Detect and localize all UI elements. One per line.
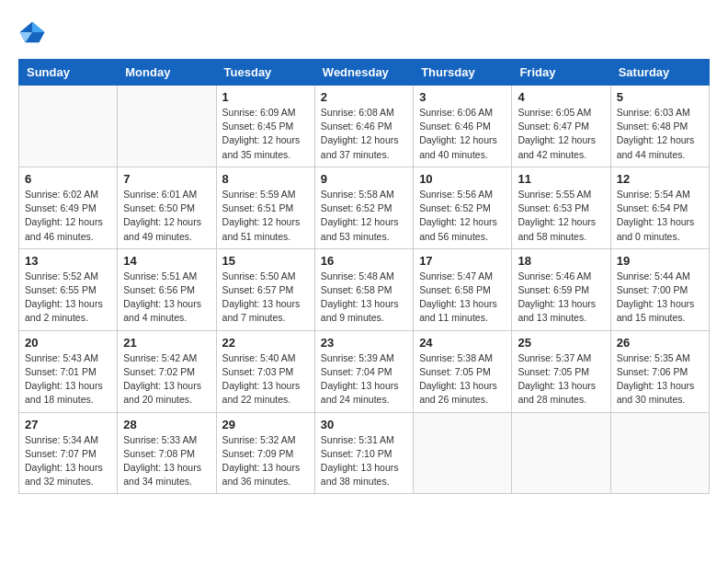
- day-number: 12: [617, 172, 703, 186]
- day-info: Sunrise: 5:42 AMSunset: 7:02 PMDaylight:…: [123, 351, 210, 408]
- day-cell: 19Sunrise: 5:44 AMSunset: 7:00 PMDayligh…: [610, 248, 709, 330]
- day-cell: 18Sunrise: 5:46 AMSunset: 6:59 PMDayligh…: [512, 248, 610, 330]
- day-cell: 22Sunrise: 5:40 AMSunset: 7:03 PMDayligh…: [216, 330, 314, 412]
- day-number: 13: [25, 254, 111, 268]
- day-number: 1: [222, 90, 309, 104]
- day-number: 26: [617, 336, 703, 350]
- day-cell: [19, 86, 118, 167]
- day-number: 11: [518, 172, 604, 186]
- day-number: 25: [518, 336, 604, 350]
- day-cell: 10Sunrise: 5:56 AMSunset: 6:52 PMDayligh…: [414, 167, 512, 248]
- week-row-4: 20Sunrise: 5:43 AMSunset: 7:01 PMDayligh…: [19, 330, 710, 412]
- day-info: Sunrise: 5:44 AMSunset: 7:00 PMDaylight:…: [617, 270, 703, 326]
- day-info: Sunrise: 5:33 AMSunset: 7:08 PMDaylight:…: [123, 433, 210, 489]
- day-info: Sunrise: 6:08 AMSunset: 6:46 PMDaylight:…: [321, 106, 407, 162]
- weekday-header-row: SundayMondayTuesdayWednesdayThursdayFrid…: [19, 60, 710, 86]
- day-info: Sunrise: 5:40 AMSunset: 7:03 PMDaylight:…: [222, 351, 309, 408]
- day-cell: 1Sunrise: 6:09 AMSunset: 6:45 PMDaylight…: [216, 86, 314, 167]
- week-row-3: 13Sunrise: 5:52 AMSunset: 6:55 PMDayligh…: [19, 248, 710, 330]
- day-cell: 6Sunrise: 6:02 AMSunset: 6:49 PMDaylight…: [19, 167, 118, 248]
- day-number: 15: [222, 254, 309, 268]
- day-cell: 30Sunrise: 5:31 AMSunset: 7:10 PMDayligh…: [314, 412, 413, 494]
- day-number: 2: [321, 90, 407, 104]
- weekday-header-wednesday: Wednesday: [314, 60, 413, 86]
- day-info: Sunrise: 5:32 AMSunset: 7:09 PMDaylight:…: [222, 433, 309, 489]
- day-cell: 7Sunrise: 6:01 AMSunset: 6:50 PMDaylight…: [118, 167, 216, 248]
- day-number: 4: [518, 90, 604, 104]
- weekday-header-thursday: Thursday: [414, 60, 512, 86]
- day-info: Sunrise: 6:06 AMSunset: 6:46 PMDaylight:…: [419, 106, 506, 162]
- day-info: Sunrise: 5:38 AMSunset: 7:05 PMDaylight:…: [419, 351, 506, 408]
- day-info: Sunrise: 5:56 AMSunset: 6:52 PMDaylight:…: [419, 188, 506, 244]
- day-cell: [414, 412, 512, 494]
- logo: [18, 18, 50, 46]
- weekday-header-tuesday: Tuesday: [216, 60, 314, 86]
- day-info: Sunrise: 6:03 AMSunset: 6:48 PMDaylight:…: [617, 106, 703, 162]
- day-info: Sunrise: 6:01 AMSunset: 6:50 PMDaylight:…: [123, 188, 210, 244]
- weekday-header-sunday: Sunday: [19, 60, 118, 86]
- day-cell: 20Sunrise: 5:43 AMSunset: 7:01 PMDayligh…: [19, 330, 118, 412]
- day-cell: 29Sunrise: 5:32 AMSunset: 7:09 PMDayligh…: [216, 412, 314, 494]
- day-info: Sunrise: 5:50 AMSunset: 6:57 PMDaylight:…: [222, 270, 309, 326]
- day-cell: 21Sunrise: 5:42 AMSunset: 7:02 PMDayligh…: [118, 330, 216, 412]
- day-number: 3: [419, 90, 506, 104]
- day-number: 22: [222, 336, 309, 350]
- day-cell: 15Sunrise: 5:50 AMSunset: 6:57 PMDayligh…: [216, 248, 314, 330]
- day-info: Sunrise: 5:31 AMSunset: 7:10 PMDaylight:…: [321, 433, 407, 489]
- day-cell: 4Sunrise: 6:05 AMSunset: 6:47 PMDaylight…: [512, 86, 610, 167]
- day-number: 21: [123, 336, 210, 350]
- calendar-table: SundayMondayTuesdayWednesdayThursdayFrid…: [18, 59, 710, 494]
- day-info: Sunrise: 6:09 AMSunset: 6:45 PMDaylight:…: [222, 106, 309, 162]
- day-info: Sunrise: 5:58 AMSunset: 6:52 PMDaylight:…: [321, 188, 407, 244]
- day-info: Sunrise: 5:52 AMSunset: 6:55 PMDaylight:…: [25, 270, 111, 326]
- day-cell: 3Sunrise: 6:06 AMSunset: 6:46 PMDaylight…: [414, 86, 512, 167]
- week-row-1: 1Sunrise: 6:09 AMSunset: 6:45 PMDaylight…: [19, 86, 710, 167]
- day-info: Sunrise: 5:37 AMSunset: 7:05 PMDaylight:…: [518, 351, 604, 408]
- day-cell: 9Sunrise: 5:58 AMSunset: 6:52 PMDaylight…: [314, 167, 413, 248]
- day-info: Sunrise: 5:59 AMSunset: 6:51 PMDaylight:…: [222, 188, 309, 244]
- weekday-header-friday: Friday: [512, 60, 610, 86]
- svg-marker-1: [32, 22, 45, 32]
- week-row-2: 6Sunrise: 6:02 AMSunset: 6:49 PMDaylight…: [19, 167, 710, 248]
- day-cell: 23Sunrise: 5:39 AMSunset: 7:04 PMDayligh…: [314, 330, 413, 412]
- week-row-5: 27Sunrise: 5:34 AMSunset: 7:07 PMDayligh…: [19, 412, 710, 494]
- day-cell: 13Sunrise: 5:52 AMSunset: 6:55 PMDayligh…: [19, 248, 118, 330]
- day-number: 8: [222, 172, 309, 186]
- day-number: 28: [123, 418, 210, 431]
- day-info: Sunrise: 5:48 AMSunset: 6:58 PMDaylight:…: [321, 270, 407, 326]
- day-number: 24: [419, 336, 506, 350]
- day-number: 14: [123, 254, 210, 268]
- day-cell: 16Sunrise: 5:48 AMSunset: 6:58 PMDayligh…: [314, 248, 413, 330]
- day-number: 6: [25, 172, 111, 186]
- day-info: Sunrise: 5:43 AMSunset: 7:01 PMDaylight:…: [25, 351, 111, 408]
- day-info: Sunrise: 6:05 AMSunset: 6:47 PMDaylight:…: [518, 106, 604, 162]
- day-number: 19: [617, 254, 703, 268]
- day-cell: 27Sunrise: 5:34 AMSunset: 7:07 PMDayligh…: [19, 412, 118, 494]
- day-number: 7: [123, 172, 210, 186]
- day-cell: 24Sunrise: 5:38 AMSunset: 7:05 PMDayligh…: [414, 330, 512, 412]
- day-info: Sunrise: 5:39 AMSunset: 7:04 PMDaylight:…: [321, 351, 407, 408]
- day-cell: 2Sunrise: 6:08 AMSunset: 6:46 PMDaylight…: [314, 86, 413, 167]
- day-cell: [512, 412, 610, 494]
- day-cell: 8Sunrise: 5:59 AMSunset: 6:51 PMDaylight…: [216, 167, 314, 248]
- day-cell: 25Sunrise: 5:37 AMSunset: 7:05 PMDayligh…: [512, 330, 610, 412]
- day-number: 10: [419, 172, 506, 186]
- day-cell: [610, 412, 709, 494]
- day-number: 18: [518, 254, 604, 268]
- day-number: 27: [25, 418, 111, 431]
- day-cell: 5Sunrise: 6:03 AMSunset: 6:48 PMDaylight…: [610, 86, 709, 167]
- day-info: Sunrise: 5:35 AMSunset: 7:06 PMDaylight:…: [617, 351, 703, 408]
- day-info: Sunrise: 6:02 AMSunset: 6:49 PMDaylight:…: [25, 188, 111, 244]
- day-number: 16: [321, 254, 407, 268]
- day-info: Sunrise: 5:34 AMSunset: 7:07 PMDaylight:…: [25, 433, 111, 489]
- day-cell: 14Sunrise: 5:51 AMSunset: 6:56 PMDayligh…: [118, 248, 216, 330]
- day-number: 20: [25, 336, 111, 350]
- day-number: 9: [321, 172, 407, 186]
- page: SundayMondayTuesdayWednesdayThursdayFrid…: [0, 0, 728, 512]
- day-cell: 17Sunrise: 5:47 AMSunset: 6:58 PMDayligh…: [414, 248, 512, 330]
- day-number: 23: [321, 336, 407, 350]
- logo-icon: [18, 18, 46, 46]
- day-number: 30: [321, 418, 407, 431]
- day-number: 29: [222, 418, 309, 431]
- day-cell: 26Sunrise: 5:35 AMSunset: 7:06 PMDayligh…: [610, 330, 709, 412]
